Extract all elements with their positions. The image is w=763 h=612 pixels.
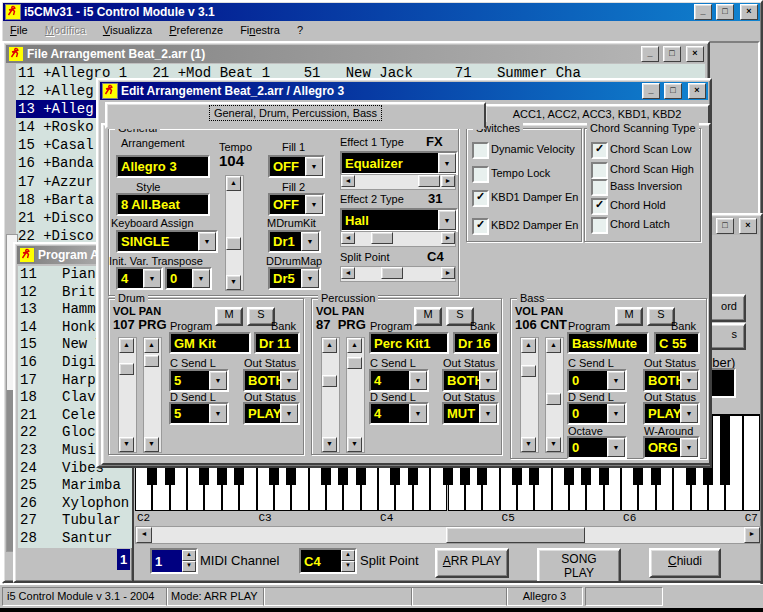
spin-up-icon[interactable]: ▲ [341,550,355,561]
slider-left-arrow[interactable]: ◄ [341,267,355,279]
fa-close-button[interactable]: × [686,46,704,62]
scroll-up-arrow[interactable]: ▲ [119,338,134,353]
scroll-up-arrow[interactable]: ▲ [144,338,159,353]
scroll-down-arrow[interactable]: ▼ [546,437,561,452]
list-item[interactable]: 26 Xylophon [18,495,133,513]
bass-vol-scrollbar[interactable]: ▲▼ [520,337,539,453]
bass-c-send-combo[interactable]: 0▼ [567,369,627,392]
dropdown-arrow-icon[interactable]: ▼ [305,195,323,214]
percussion-vol-scrollbar[interactable]: ▲▼ [321,337,340,453]
slider-left-arrow[interactable]: ◄ [341,175,355,187]
drum-out2-combo[interactable]: PLAY▼ [243,402,300,425]
chiudi-button[interactable]: Chiudi [649,548,721,578]
slider-right-arrow[interactable]: ► [441,175,455,187]
keyboard-assign-combo[interactable]: SINGLE▼ [116,230,218,253]
checkbox[interactable] [472,142,489,159]
dropdown-arrow-icon[interactable]: ▼ [680,438,698,457]
checkbox[interactable] [591,217,608,234]
checkbox[interactable]: ✓ [472,218,489,235]
menu-file[interactable]: File [3,22,35,38]
keyboard-scrollbar[interactable]: ◄ ► [135,526,761,544]
percussion-d-send-combo[interactable]: 4▼ [369,402,429,425]
file-arrangement-title-bar[interactable]: File Arrangement Beat_2.arr (1) _ □ × [6,45,706,63]
dropdown-arrow-icon[interactable]: ▼ [607,438,625,457]
scroll-up-arrow[interactable]: ▲ [521,338,536,353]
split-point-slider[interactable]: ◄ ► [340,266,456,282]
dropdown-arrow-icon[interactable]: ▼ [280,404,298,423]
checkbox[interactable]: ✓ [591,142,608,159]
slider-right-arrow[interactable]: ► [441,267,455,279]
piano-black-key[interactable] [720,415,730,485]
checkbox[interactable] [591,162,608,179]
bass-vol-thumb[interactable] [521,365,536,377]
keyboard-scrollbar-thumb[interactable] [446,527,585,543]
dropdown-arrow-icon[interactable]: ▼ [280,371,298,390]
scroll-up-arrow[interactable]: ▲ [322,338,337,353]
edit-maximize-button[interactable]: □ [664,83,682,99]
close-button[interactable]: × [740,4,758,20]
init-var-combo[interactable]: 4▼ [116,267,163,290]
piano-white-key[interactable] [743,415,760,511]
drum-out1-combo[interactable]: BOTH▼ [243,369,300,392]
menu-help[interactable]: ? [290,22,310,38]
list-item[interactable]: 25 Marimba [18,477,133,495]
dropdown-arrow-icon[interactable]: ▼ [409,371,427,390]
checkbox[interactable]: ✓ [472,190,489,207]
effect1-combo[interactable]: Equalizer▼ [340,151,458,175]
split-point-spin-buttons[interactable]: ▲▼ [341,550,355,572]
percussion-pan-scrollbar[interactable]: ▲▼ [346,337,365,453]
effect1-slider-thumb[interactable] [418,175,440,187]
fa-maximize-button[interactable]: □ [663,46,681,62]
dropdown-arrow-icon[interactable]: ▼ [301,269,319,288]
drum-vol-scrollbar[interactable]: ▲▼ [118,337,137,453]
spin-down-icon[interactable]: ▼ [341,561,355,572]
drum-c-send-combo[interactable]: 5▼ [169,369,229,392]
drum-mute-button[interactable]: M [215,307,243,326]
percussion-c-send-combo[interactable]: 4▼ [369,369,429,392]
tab-general-drum-percussion-bass[interactable]: General, Drum, Percussion, Bass [105,102,486,129]
scroll-up-arrow[interactable]: ▲ [347,338,362,353]
bass-pan-scrollbar[interactable]: ▲▼ [545,337,564,453]
spin-down-icon[interactable]: ▼ [182,561,196,572]
effect1-slider[interactable]: ◄ ► [340,174,456,190]
scroll-down-arrow[interactable]: ▼ [322,437,337,452]
scroll-up-arrow[interactable]: ▲ [226,176,241,191]
dropdown-arrow-icon[interactable]: ▼ [192,269,210,288]
scroll-down-arrow[interactable]: ▼ [347,437,362,452]
scroll-up-arrow[interactable]: ▲ [546,338,561,353]
maximize-button[interactable]: □ [716,4,734,20]
effect2-slider[interactable]: ◄ ► [340,231,456,247]
checkbox[interactable]: ✓ [591,198,608,215]
slider-right-arrow[interactable]: ► [441,232,455,244]
scroll-down-arrow[interactable]: ▼ [119,437,134,452]
scroll-down-arrow[interactable]: ▼ [144,437,159,452]
play-maximize-button[interactable]: □ [716,218,734,234]
fa-minimize-button[interactable]: _ [641,46,659,62]
dropdown-arrow-icon[interactable]: ▼ [409,404,427,423]
dropdown-arrow-icon[interactable]: ▼ [607,371,625,390]
minimize-button[interactable]: _ [694,4,712,20]
split-slider-thumb[interactable] [381,267,403,279]
list-item[interactable]: 28 Santur [18,530,133,548]
mdrumkit-combo[interactable]: Dr1▼ [268,230,321,253]
dropdown-arrow-icon[interactable]: ▼ [607,404,625,423]
slider-left-arrow[interactable]: ◄ [341,232,355,244]
percussion-out1-combo[interactable]: BOTH▼ [442,369,499,392]
scroll-down-arrow[interactable]: ▼ [226,275,241,290]
bass-waround-combo[interactable]: ORG▼ [643,436,700,459]
dropdown-arrow-icon[interactable]: ▼ [438,153,456,173]
split-point-spinner[interactable]: C4 ▲▼ [299,548,357,574]
scroll-right-arrow[interactable]: ► [744,527,760,543]
dropdown-arrow-icon[interactable]: ▼ [143,269,161,288]
percussion-out2-combo[interactable]: MUT▼ [442,402,499,425]
menu-finestra[interactable]: Finestra [233,22,287,38]
fill1-combo[interactable]: OFF▼ [268,155,325,178]
scroll-down-arrow[interactable]: ▼ [521,437,536,452]
dropdown-arrow-icon[interactable]: ▼ [680,404,698,423]
dropdown-arrow-icon[interactable]: ▼ [209,404,227,423]
bass-octave-combo[interactable]: 0▼ [567,436,627,459]
tempo-scrollbar-thumb[interactable] [226,237,241,250]
percussion-mute-button[interactable]: M [414,307,442,326]
transpose-combo[interactable]: 0▼ [165,267,212,290]
fill2-combo[interactable]: OFF▼ [268,193,325,216]
